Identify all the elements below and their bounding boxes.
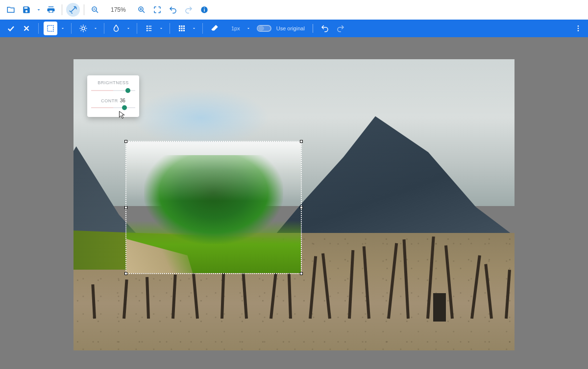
undo-icon — [320, 24, 329, 33]
blur-tool-dropdown[interactable] — [125, 26, 132, 31]
use-original-label: Use original — [276, 25, 308, 31]
color-tool-button[interactable] — [142, 22, 156, 35]
print-icon — [47, 5, 55, 14]
slider-track — [91, 107, 135, 108]
selection-handle-mid-left[interactable] — [124, 206, 127, 209]
color-tool-dropdown[interactable] — [158, 26, 165, 31]
chevron-down-icon — [60, 26, 65, 31]
vertical-dots-icon — [574, 24, 582, 32]
svg-point-13 — [82, 27, 85, 30]
svg-point-23 — [147, 28, 148, 29]
chevron-down-icon — [36, 7, 42, 13]
contrast-value: 36 — [120, 98, 125, 103]
folder-open-icon — [6, 5, 15, 14]
panel-redo-button[interactable] — [334, 22, 347, 35]
redo-button[interactable] — [182, 3, 196, 17]
svg-line-21 — [81, 30, 82, 31]
more-options-button[interactable] — [572, 24, 584, 32]
stroke-size-label: 1px — [230, 25, 243, 31]
svg-rect-33 — [183, 28, 185, 29]
svg-line-4 — [143, 11, 145, 13]
magic-wand-button[interactable] — [66, 3, 80, 17]
stroke-size-dropdown[interactable] — [245, 26, 252, 31]
zoom-in-icon — [137, 5, 146, 14]
svg-rect-29 — [181, 25, 183, 27]
contrast-label: CONTR — [101, 98, 118, 103]
fit-screen-button[interactable] — [150, 3, 164, 17]
selection-handle-mid-right[interactable] — [300, 206, 303, 209]
grid-icon — [177, 24, 186, 33]
pixelate-tool-button[interactable] — [175, 22, 189, 35]
canvas-area[interactable]: BRIGHTNESS CONTR 36 — [0, 37, 588, 369]
dark-object — [433, 293, 446, 322]
selection-tool-dropdown[interactable] — [59, 26, 66, 31]
use-original-toggle[interactable] — [257, 25, 271, 32]
brightness-tool-button[interactable] — [76, 22, 90, 35]
toolbar-separator — [170, 23, 170, 34]
selection-rectangle[interactable] — [125, 141, 302, 274]
cancel-button[interactable] — [20, 22, 33, 35]
redo-icon — [184, 5, 193, 14]
selection-handle-bottom-left[interactable] — [124, 272, 127, 275]
undo-button[interactable] — [166, 3, 180, 17]
save-icon — [22, 5, 31, 14]
svg-rect-8 — [204, 9, 205, 12]
svg-point-24 — [147, 30, 148, 31]
chevron-down-icon — [192, 26, 196, 31]
svg-line-1 — [96, 11, 98, 13]
blur-tool-button[interactable] — [109, 22, 123, 35]
svg-rect-36 — [183, 30, 185, 31]
svg-point-39 — [578, 30, 579, 31]
redo-icon — [336, 24, 345, 33]
toolbar-separator — [71, 23, 72, 34]
print-button[interactable] — [44, 3, 58, 17]
selection-rect-icon — [46, 24, 55, 33]
zoom-out-button[interactable] — [88, 3, 102, 17]
toolbar-separator — [104, 23, 104, 34]
zoom-level-label[interactable]: 175% — [104, 6, 133, 13]
svg-rect-27 — [148, 30, 151, 31]
info-icon — [200, 5, 209, 14]
droplet-icon — [112, 24, 121, 33]
fullscreen-icon — [153, 5, 162, 14]
svg-rect-32 — [181, 28, 183, 29]
svg-rect-28 — [179, 25, 180, 27]
sun-icon — [79, 24, 88, 33]
selection-tool-button[interactable] — [44, 22, 57, 35]
brightness-slider[interactable] — [91, 88, 135, 93]
chevron-down-icon — [246, 26, 251, 31]
svg-rect-12 — [48, 25, 53, 31]
eraser-tool-button[interactable] — [208, 22, 221, 35]
close-icon — [22, 24, 31, 33]
apply-button[interactable] — [4, 22, 18, 35]
brightness-contrast-popover: BRIGHTNESS CONTR 36 — [87, 75, 139, 117]
contrast-slider-knob[interactable] — [122, 105, 127, 110]
toolbar-separator — [38, 23, 39, 34]
svg-line-20 — [85, 26, 86, 27]
brightness-tool-dropdown[interactable] — [92, 26, 99, 31]
svg-point-38 — [578, 28, 579, 29]
check-icon — [6, 24, 15, 33]
svg-rect-9 — [204, 8, 205, 9]
panel-undo-button[interactable] — [318, 22, 332, 35]
svg-line-18 — [81, 26, 82, 27]
top-toolbar: 175% — [0, 0, 588, 20]
save-button[interactable] — [20, 3, 33, 17]
selection-handle-bottom-right[interactable] — [300, 272, 303, 275]
svg-line-19 — [85, 30, 86, 31]
undo-icon — [169, 5, 177, 14]
zoom-in-button[interactable] — [135, 3, 148, 17]
brightness-slider-knob[interactable] — [125, 88, 130, 93]
sliders-icon — [145, 24, 153, 33]
selection-handle-top-right[interactable] — [300, 140, 303, 143]
open-file-button[interactable] — [4, 3, 18, 17]
selection-handle-top-left[interactable] — [124, 140, 127, 143]
svg-point-37 — [578, 25, 579, 27]
save-dropdown[interactable] — [35, 7, 42, 13]
chevron-down-icon — [126, 26, 131, 31]
pixelate-tool-dropdown[interactable] — [191, 26, 197, 31]
svg-rect-25 — [148, 26, 151, 27]
chevron-down-icon — [93, 26, 98, 31]
contrast-slider[interactable] — [91, 105, 135, 110]
info-button[interactable] — [197, 3, 211, 17]
